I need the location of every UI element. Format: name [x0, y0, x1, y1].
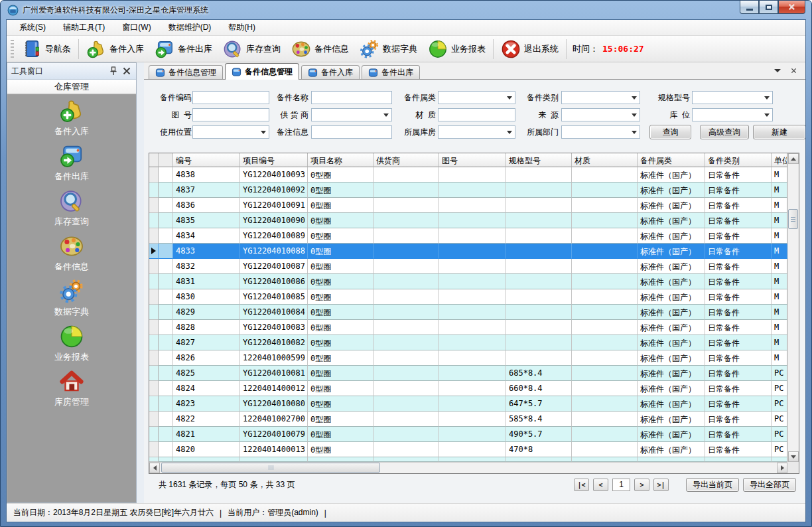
next-page-button[interactable]: >	[634, 479, 649, 491]
export-current-page-button[interactable]: 导出当前页	[686, 478, 739, 492]
sidebar-item-biz-report[interactable]: 业务报表	[32, 324, 111, 369]
tab-3[interactable]: 备件入库	[301, 65, 360, 79]
search-input-1-1[interactable]	[192, 91, 269, 104]
table-row-selected[interactable]: 4833YG122040100880型圈标准件（国产）日常备件M	[149, 244, 787, 259]
panel-close-icon[interactable]	[121, 66, 132, 76]
tab-1[interactable]: 备件信息管理	[149, 65, 223, 79]
export-all-pages-button[interactable]: 导出全部页	[743, 478, 796, 492]
col-header-supplier[interactable]: 供货商	[373, 153, 439, 167]
col-header-id[interactable]: 编号	[173, 153, 240, 167]
scroll-left-button[interactable]	[149, 463, 160, 473]
prev-page-button[interactable]: <	[593, 479, 608, 491]
toolbar-button-exit[interactable]: 退出系统	[496, 37, 564, 61]
close-button[interactable]	[778, 1, 805, 14]
tab-list-chevron-down-icon[interactable]	[774, 69, 781, 72]
menu-item-3[interactable]: 窗口(W)	[113, 20, 159, 35]
toolbar-grip[interactable]	[11, 40, 14, 58]
table-row[interactable]: 4838YG122040100930型圈标准件（国产）日常备件M	[149, 167, 787, 183]
table-row[interactable]: 4827YG122040100820型圈标准件（国产）日常备件M	[149, 335, 787, 350]
toolbar-button-biz-report[interactable]: 业务报表	[423, 37, 491, 61]
table-row[interactable]: 4823YG122040100800型圈647*5.7标准件（国产）日常备件PC	[149, 396, 787, 412]
toolbar-button-parts-out[interactable]: 备件出库	[149, 37, 218, 61]
row-selector-cell[interactable]	[149, 366, 159, 381]
row-selector-cell[interactable]	[149, 427, 159, 442]
table-row[interactable]: 4828YG122040100830型圈标准件（国产）日常备件M	[149, 320, 787, 335]
table-row[interactable]: 4821YG122040100790型圈490*5.7标准件（国产）日常备件PC	[149, 427, 787, 442]
toolbar-button-parts-info[interactable]: 备件信息	[286, 37, 354, 61]
scroll-up-button[interactable]	[788, 153, 799, 164]
col-header-spec[interactable]: 规格型号	[506, 153, 572, 167]
col-header-category[interactable]: 备件属类	[638, 153, 705, 167]
row-selector-cell[interactable]	[149, 167, 159, 183]
minimize-button[interactable]	[740, 1, 759, 14]
row-selector-cell[interactable]	[149, 335, 159, 350]
search-select-3-1[interactable]	[438, 91, 515, 104]
row-selector-cell[interactable]	[149, 381, 159, 396]
toolbar-button-parts-in[interactable]: 备件入库	[81, 37, 149, 61]
row-selector-cell[interactable]	[149, 259, 159, 274]
col-header-type[interactable]: 备件类别	[705, 153, 772, 167]
tab-4[interactable]: 备件出库	[362, 65, 420, 79]
menu-item-4[interactable]: 数据维护(D)	[160, 20, 220, 35]
table-row[interactable]: 4830YG122040100850型圈标准件（国产）日常备件M	[149, 289, 787, 305]
col-header-unit[interactable]: 单位	[772, 153, 787, 167]
row-selector-cell[interactable]	[149, 213, 159, 228]
horizontal-scroll-thumb[interactable]	[161, 463, 380, 473]
table-row[interactable]: 4836YG122040100910型圈标准件（国产）日常备件M	[149, 198, 787, 213]
row-selector-cell[interactable]	[149, 305, 159, 320]
search-input-2-1[interactable]	[311, 91, 392, 104]
sidebar-item-parts-out[interactable]: 备件出库	[32, 143, 111, 188]
search-select-4-3[interactable]	[561, 125, 640, 139]
menu-item-1[interactable]: 系统(S)	[11, 20, 54, 35]
vertical-scrollbar[interactable]	[787, 153, 799, 462]
search-select-5-1[interactable]	[692, 91, 773, 104]
row-selector-cell[interactable]	[149, 442, 159, 457]
menu-item-2[interactable]: 辅助工具(T)	[54, 20, 113, 35]
horizontal-scrollbar[interactable]	[149, 462, 787, 473]
table-row[interactable]: 482612204010005990型圈标准件（国产）日常备件M	[149, 350, 787, 366]
vertical-scroll-thumb[interactable]	[788, 209, 798, 229]
search-input-3-2[interactable]	[438, 108, 515, 121]
row-selector-cell[interactable]	[149, 228, 159, 244]
search-input-2-3[interactable]	[311, 125, 392, 139]
first-page-button[interactable]: |<	[574, 479, 589, 491]
col-header-project-code[interactable]: 项目编号	[240, 153, 308, 167]
sidebar-section-header[interactable]: 仓库管理	[7, 80, 136, 94]
col-header-figure-no[interactable]: 图号	[439, 153, 506, 167]
toolbar-button-stock-query[interactable]: 库存查询	[218, 37, 286, 61]
toolbar-button-navbar[interactable]: 导航条	[17, 37, 76, 61]
table-row[interactable]: 4825YG122040100810型圈685*8.4标准件（国产）日常备件PC	[149, 366, 787, 381]
sidebar-item-data-dict[interactable]: 数据字典	[32, 279, 111, 324]
search-input-1-2[interactable]	[192, 108, 269, 121]
row-selector-cell[interactable]	[149, 350, 159, 366]
row-selector-cell[interactable]	[149, 396, 159, 412]
row-selector-cell[interactable]	[149, 183, 159, 198]
table-row[interactable]: 482012204014000130型圈470*8标准件（国产）日常备件PC	[149, 442, 787, 457]
row-selector-cell[interactable]	[149, 289, 159, 305]
sidebar-item-warehouse[interactable]: 库房管理	[32, 369, 111, 414]
new-button[interactable]: 新建	[753, 125, 806, 139]
pin-icon[interactable]	[108, 66, 119, 76]
advanced-query-button[interactable]: 高级查询	[700, 125, 749, 139]
query-button[interactable]: 查询	[649, 125, 691, 139]
row-selector-cell[interactable]	[149, 198, 159, 213]
search-select-1-3[interactable]	[192, 125, 269, 139]
toolbar-button-data-dict[interactable]: 数据字典	[354, 37, 423, 61]
table-row[interactable]: 482212204010027000型圈585*8.4标准件（国产）日常备件PC	[149, 412, 787, 427]
search-select-3-3[interactable]	[438, 125, 515, 139]
scroll-down-button[interactable]	[788, 451, 799, 462]
search-select-5-2[interactable]	[692, 108, 773, 121]
col-header-material[interactable]: 材质	[572, 153, 638, 167]
table-row[interactable]: 4837YG122040100920型圈标准件（国产）日常备件M	[149, 183, 787, 198]
maximize-button[interactable]	[759, 1, 778, 14]
sidebar-item-stock-query[interactable]: 库存查询	[32, 188, 111, 234]
sidebar-item-parts-info[interactable]: 备件信息	[32, 234, 111, 279]
table-row[interactable]: 4832YG122040100870型圈标准件（国产）日常备件M	[149, 259, 787, 274]
search-select-4-1[interactable]	[561, 91, 640, 104]
tab-close-icon[interactable]	[790, 67, 797, 74]
title-bar[interactable]: 广州爱奇迪软件科技有限公司-深田之星仓库管理系统	[1, 1, 811, 19]
table-row[interactable]: 4831YG122040100860型圈标准件（国产）日常备件M	[149, 274, 787, 289]
tab-2-active[interactable]: 备件信息管理	[225, 63, 299, 80]
table-row[interactable]: 4829YG122040100840型圈标准件（国产）日常备件M	[149, 305, 787, 320]
panel-splitter[interactable]	[137, 62, 144, 503]
